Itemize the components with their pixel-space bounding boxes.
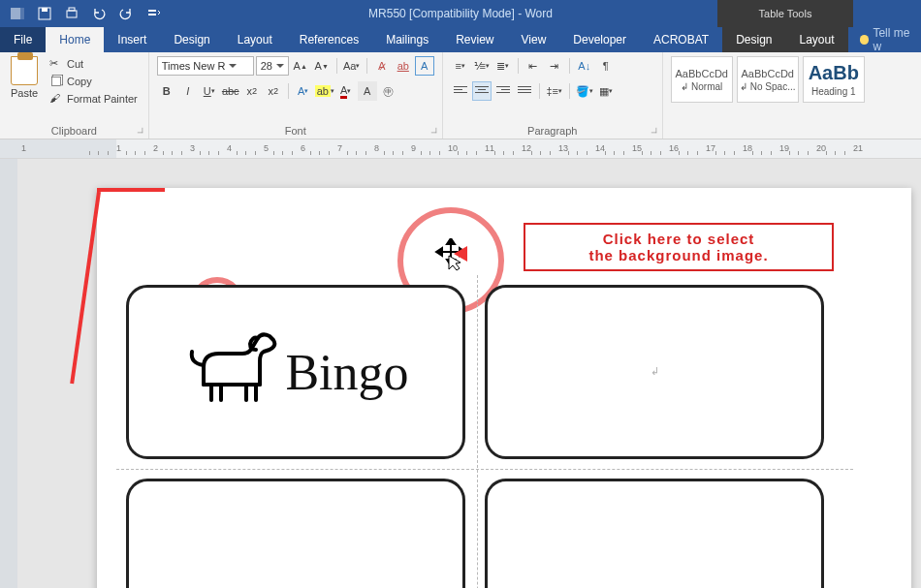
paste-button[interactable]: Paste: [8, 56, 41, 107]
label-cell-1-text: Bingo: [285, 344, 408, 401]
underline-button[interactable]: U▾: [200, 81, 219, 101]
tab-design[interactable]: Design: [160, 27, 223, 52]
grow-font-button[interactable]: A▲: [291, 56, 310, 76]
tab-acrobat[interactable]: ACROBAT: [640, 27, 722, 52]
change-case-button[interactable]: Aa▾: [342, 56, 362, 76]
group-font: Times New R 28 A▲ A▼ Aa▾ A̷ ab A B I U▾ …: [149, 52, 443, 139]
text-effects-button[interactable]: A▾: [294, 81, 313, 101]
print-preview-icon[interactable]: [60, 3, 83, 24]
tab-mailings[interactable]: Mailings: [372, 27, 442, 52]
style-normal-label: ↲ Normal: [681, 81, 722, 92]
show-marks-button[interactable]: ¶: [596, 56, 616, 76]
italic-button[interactable]: I: [178, 81, 198, 101]
justify-icon: [518, 86, 531, 96]
decrease-indent-button[interactable]: ⇤: [524, 56, 543, 76]
ruler-label: 12: [522, 143, 531, 153]
ruler-label: 16: [669, 143, 679, 153]
tab-view[interactable]: View: [508, 27, 560, 52]
tab-home[interactable]: Home: [46, 27, 104, 52]
tab-developer[interactable]: Developer: [559, 27, 640, 52]
bold-button[interactable]: B: [157, 81, 176, 101]
bullets-button[interactable]: ≡▾: [451, 56, 470, 76]
word-icon[interactable]: [6, 3, 29, 24]
clear-formatting-button[interactable]: A̷: [372, 56, 392, 76]
ruler-label: 3: [190, 143, 195, 153]
superscript-button[interactable]: x2: [264, 81, 283, 101]
annotation-callout-top: Click here to select the background imag…: [524, 223, 834, 271]
line-spacing-button[interactable]: ‡≡▾: [545, 81, 564, 101]
cut-button[interactable]: ✂Cut: [47, 56, 141, 72]
label-cell-3[interactable]: [126, 479, 465, 588]
style-heading1[interactable]: AaBb Heading 1: [803, 56, 865, 103]
align-right-button[interactable]: [493, 81, 513, 101]
phonetic-guide-button[interactable]: ab: [394, 56, 413, 76]
shading-button[interactable]: 🪣▾: [575, 81, 594, 101]
tab-references[interactable]: References: [286, 27, 372, 52]
brush-icon: 🖌: [49, 92, 63, 106]
horizontal-ruler[interactable]: 1123456789101112131415161718192021: [0, 139, 921, 159]
style-normal[interactable]: AaBbCcDd ↲ Normal: [671, 56, 733, 103]
align-left-icon: [454, 86, 467, 96]
shrink-font-button[interactable]: A▼: [312, 56, 332, 76]
font-color-button[interactable]: A▾: [336, 81, 356, 101]
ruler-label: 18: [743, 143, 752, 153]
page[interactable]: Click here to select the background imag…: [97, 188, 911, 588]
copy-icon: [51, 77, 61, 86]
quick-access-toolbar: [0, 3, 165, 24]
group-styles: AaBbCcDd ↲ Normal AaBbCcDd ↲ No Spac... …: [663, 52, 921, 139]
copy-button[interactable]: Copy: [47, 74, 141, 89]
document-canvas[interactable]: Click here to select the background imag…: [0, 159, 921, 588]
redo-icon[interactable]: [114, 3, 138, 24]
tell-me-search[interactable]: Tell me w: [860, 27, 921, 52]
dog-clipart-icon: [182, 328, 279, 416]
copy-label: Copy: [67, 76, 92, 87]
subscript-button[interactable]: x2: [242, 81, 262, 101]
save-icon[interactable]: [33, 3, 56, 24]
tab-layout[interactable]: Layout: [224, 27, 286, 52]
group-paragraph: ≡▾ ⅟≡▾ ≣▾ ⇤ ⇥ A↓ ¶ ‡≡▾ 🪣▾ ▦▾: [443, 52, 663, 139]
char-shading-button[interactable]: A: [358, 81, 377, 101]
ruler-label: 14: [595, 143, 605, 153]
enclose-char-button[interactable]: ㊥: [379, 81, 398, 101]
label-cell-2[interactable]: ↲: [485, 285, 824, 459]
font-size-combo[interactable]: 28: [256, 56, 289, 76]
highlight-button[interactable]: ab▾: [315, 81, 334, 101]
style-normal-preview: AaBbCcDd: [676, 68, 728, 79]
sort-button[interactable]: A↓: [575, 56, 594, 76]
align-left-button[interactable]: [451, 81, 470, 101]
style-heading1-preview: AaBb: [809, 62, 859, 84]
align-center-button[interactable]: [472, 81, 492, 101]
ruler-label: 20: [816, 143, 826, 153]
character-border-button[interactable]: A: [415, 56, 434, 76]
multilevel-list-button[interactable]: ≣▾: [493, 56, 513, 76]
svg-rect-4: [67, 11, 77, 17]
paragraph-mark-icon: ↲: [488, 365, 821, 378]
style-no-spacing[interactable]: AaBbCcDd ↲ No Spac...: [737, 56, 799, 103]
strikethrough-button[interactable]: abc: [221, 81, 240, 101]
annotation-top-line1: Click here to select: [535, 231, 822, 247]
annotation-top-line2: the background image.: [535, 247, 822, 263]
borders-button[interactable]: ▦▾: [596, 81, 616, 101]
label-cell-1[interactable]: Bingo: [126, 285, 465, 459]
tab-review[interactable]: Review: [442, 27, 507, 52]
tab-insert[interactable]: Insert: [104, 27, 160, 52]
title-bar: MR550 [Compatibility Mode] - Word Table …: [0, 0, 921, 27]
vertical-ruler-gutter: [0, 159, 17, 588]
font-name-combo[interactable]: Times New R: [157, 56, 254, 76]
format-painter-label: Format Painter: [67, 93, 138, 105]
tab-table-design[interactable]: Design: [722, 27, 785, 52]
numbering-button[interactable]: ⅟≡▾: [472, 56, 492, 76]
tab-table-layout[interactable]: Layout: [786, 27, 848, 52]
increase-indent-button[interactable]: ⇥: [545, 56, 564, 76]
qat-customize-icon[interactable]: [142, 3, 165, 24]
ruler-label: 7: [337, 143, 342, 153]
scissors-icon: ✂: [49, 57, 63, 71]
format-painter-button[interactable]: 🖌Format Painter: [47, 91, 141, 107]
label-cell-4[interactable]: [485, 479, 824, 588]
style-nospacing-label: ↲ No Spac...: [740, 81, 795, 92]
annotation-arrowhead-top: [446, 246, 467, 262]
justify-button[interactable]: [515, 81, 534, 101]
undo-icon[interactable]: [87, 3, 111, 24]
tab-file[interactable]: File: [0, 27, 46, 52]
ruler-label: 5: [264, 143, 269, 153]
